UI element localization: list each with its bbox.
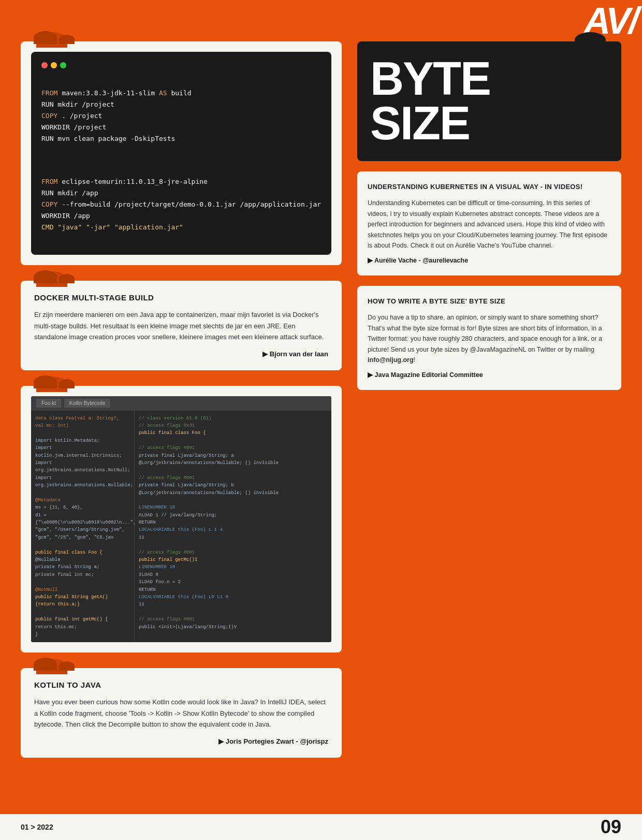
ide-code-line-16: return this.mc; — [35, 624, 130, 631]
dot-yellow — [51, 62, 57, 68]
code-block-1: FROM maven:3.8.3-jdk-11-slim AS build RU… — [41, 76, 321, 156]
bytesize-email: info@nljug.org — [368, 356, 414, 364]
ide-code-line-4: import org.jetbrains.annotations.NotNull… — [35, 459, 130, 474]
ide-right-line-5: private final Ljava/lang/String; a — [139, 452, 327, 459]
code-copy-1-rest: . /project — [57, 112, 102, 120]
left-column: FROM maven:3.8.3-jdk-11-slim AS build RU… — [21, 41, 342, 766]
bytesize-header: BYTE SIZE — [357, 41, 621, 161]
ide-right-line-23: // access flags #001 — [139, 616, 327, 623]
docker-article: DOCKER MULTI-STAGE BUILD Er zijn meerder… — [21, 281, 342, 370]
code-block-2: FROM eclipse-temurin:11.0.13_8-jre-alpin… — [41, 165, 321, 245]
kotlin-article: KOTLIN TO JAVA Have you ever been curiou… — [21, 668, 342, 757]
kubernetes-card-body: Understanding Kubernetes can be difficul… — [368, 198, 611, 251]
ide-right-line-13: LOCALVARIABLE this (Foo) L i 4 — [139, 526, 327, 533]
ide-code-line-6: @Metadata — [35, 497, 130, 504]
ide-right-line-19: ILOAD foo.n = 2 — [139, 578, 327, 586]
kw-cmd: CMD "java" "-jar" "application.jar" — [41, 223, 183, 231]
code-line-9: WORKDIR /app — [41, 212, 90, 220]
docker-article-author: Bjorn van der laan — [34, 350, 328, 358]
ide-right-line-18: ILOAD 0 — [139, 571, 327, 578]
docker-code-card: FROM maven:3.8.3-jdk-11-slim AS build RU… — [21, 41, 342, 265]
ide-right-pane: // class version 61.0 (61) // access fla… — [135, 411, 331, 643]
ide-mockup: Foo.kt Kotlin Bytecode data class Foo(va… — [31, 396, 331, 643]
kw-from-1: FROM — [41, 89, 57, 97]
page-number-right: 09 — [601, 816, 621, 838]
ide-right-line-15: // access flags #001 — [139, 549, 327, 556]
terminal: FROM maven:3.8.3-jdk-11-slim AS build RU… — [31, 52, 331, 255]
cloud-deco-4 — [34, 658, 75, 671]
ide-right-line-22: 11 — [139, 601, 327, 608]
code-line-2: RUN mkdir /project — [41, 100, 114, 108]
dot-red — [41, 62, 48, 68]
kotlin-article-author: Joris Portegies Zwart - @jorispz — [34, 737, 328, 745]
bytesize-card: HOW TO WRITE A BYTE SIZE' BYTE SIZE Do y… — [357, 286, 621, 390]
ide-code-line-8: d1 = {"\u0000(\n\u0002\u0018\u0002\n..."… — [35, 512, 130, 542]
code-line-4: WORKDIR /project — [41, 123, 106, 131]
bytesize-body-part2: ! — [414, 356, 415, 364]
kw-copy-2: COPY — [41, 200, 57, 208]
ide-code-line-11: private final String a; — [35, 563, 130, 571]
ide-code-line-15: public final int getMc() { — [35, 616, 130, 623]
ide-left-pane: data class Foo(val a: String?, val mc: I… — [31, 411, 135, 643]
kubernetes-card: UNDERSTANDING KUBERNETES IN A VISUAL WAY… — [357, 171, 621, 276]
bytesize-card-title: HOW TO WRITE A BYTE SIZE' BYTE SIZE — [368, 297, 611, 306]
kotlin-article-body: Have you ever been curious how some Kotl… — [34, 697, 328, 730]
ide-code-line-13: @NotNull — [35, 586, 130, 593]
terminal-dots — [41, 62, 321, 68]
ide-right-line-1: // class version 61.0 (61) — [139, 415, 327, 422]
ide-right-line-12: RETURN — [139, 519, 327, 526]
ide-code-line-1: data class Foo(val a: String?, val mc: I… — [35, 415, 130, 430]
code-line-1b: build — [167, 89, 192, 97]
byte-title: BYTE — [370, 57, 608, 102]
ide-right-line-7: // access flags #001 — [139, 474, 327, 482]
ide-right-line-9: @Lorg/jetbrains/annotations/Nullable; ()… — [139, 489, 327, 497]
ide-right-line-21: LOCALVARIABLE this (Foo) L0 L1 0 — [139, 593, 327, 601]
ide-code-line-14: public final String getA() {return this.… — [35, 593, 130, 609]
ide-header: Foo.kt Kotlin Bytecode — [31, 396, 331, 411]
ide-right-line-24: public <init>(Ljava/lang/String;I)V — [139, 624, 327, 631]
ide-code-line-9: public final class Foo { — [35, 549, 130, 556]
ide-right-line-2: // access flags 0x31 — [139, 422, 327, 429]
ide-code-line-2: import kotlin.Metadata; — [35, 437, 130, 444]
kotlin-article-title: KOTLIN TO JAVA — [34, 680, 328, 689]
kubernetes-card-title: UNDERSTANDING KUBERNETES IN A VISUAL WAY… — [368, 183, 611, 192]
ide-code-line-7: ms = {11, 6, 40}, — [35, 504, 130, 511]
kw-from-2: FROM — [41, 178, 57, 185]
ide-right-line-8: private final Ljava/lang/String; b — [139, 482, 327, 489]
page-number-left: 01 > 2022 — [21, 823, 53, 831]
ide-right-line-4: // access flags #001 — [139, 444, 327, 452]
bytesize-card-author: Java Magazine Editorial Committee — [368, 371, 611, 379]
code-line-5: RUN mvn clean package -DskipTests — [41, 135, 175, 142]
ide-right-line-14: 11 — [139, 534, 327, 541]
code-copy-2-rest: --from=build /project/target/demo-0.0.1.… — [57, 200, 321, 208]
docker-article-body: Er zijn meerdere manieren om een Java ap… — [34, 309, 328, 342]
cloud-deco-2 — [34, 270, 75, 283]
ide-code-line-10: @Nullable — [35, 556, 130, 563]
bytesize-body-part1: Do you have a tip to share, an opinion, … — [368, 314, 602, 353]
code-line-7: RUN mkdir /app — [41, 189, 98, 197]
size-title: SIZE — [370, 102, 608, 146]
main-content: FROM maven:3.8.3-jdk-11-slim AS build RU… — [0, 0, 642, 798]
ide-tab-1: Foo.kt — [36, 399, 61, 408]
code-line-1a: maven:3.8.3-jdk-11-slim — [57, 89, 159, 97]
ide-code-line-3: import kotlin.jvm.internal.Intrinsics; — [35, 444, 130, 459]
ide-code-line-12: private final int mc; — [35, 571, 130, 578]
kw-copy-1: COPY — [41, 112, 57, 120]
bottom-bar: 01 > 2022 09 — [0, 814, 642, 840]
docker-article-title: DOCKER MULTI-STAGE BUILD — [34, 293, 328, 302]
cloud-deco-3 — [34, 375, 75, 388]
ide-right-line-16: public final getMc()I — [139, 556, 327, 563]
ide-code-line-5: import org.jetbrains.annotations.Nullabl… — [35, 474, 130, 489]
ide-right-line-20: RETURN — [139, 586, 327, 593]
kotlin-ide-card: Foo.kt Kotlin Bytecode data class Foo(va… — [21, 386, 342, 653]
ide-code-line-17: } — [35, 631, 130, 638]
kw-as: AS — [159, 89, 167, 97]
ide-right-line-11: ALOAD 1 // java/lang/String; — [139, 512, 327, 519]
ide-body: data class Foo(val a: String?, val mc: I… — [31, 411, 331, 643]
cloud-deco-1 — [34, 31, 75, 44]
ide-right-line-3: public final class Foo { — [139, 429, 327, 437]
kubernetes-card-author: Aurélie Vache - @aurelievache — [368, 256, 611, 264]
dot-green — [60, 62, 66, 68]
code-line-6a: eclipse-temurin:11.0.13_8-jre-alpine — [57, 178, 208, 185]
ide-right-line-6: @Lorg/jetbrains/annotations/Nullable; ()… — [139, 459, 327, 467]
